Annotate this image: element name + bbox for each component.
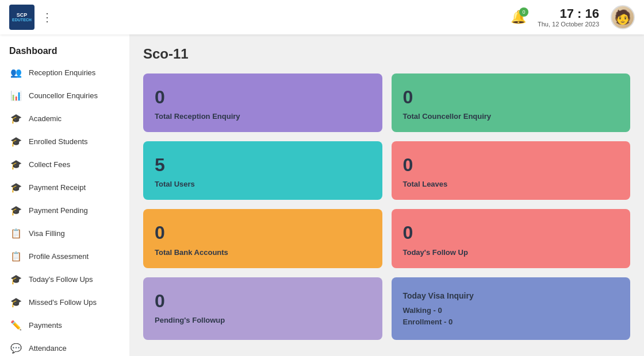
card-number-users: 5 (155, 155, 371, 175)
sidebar-item-attendance[interactable]: 💬 Attendance (0, 336, 129, 356)
card-number-leaves: 0 (403, 155, 619, 175)
sidebar-item-visa-filling[interactable]: 📋 Visa Filling (0, 222, 129, 245)
visa-content: Today Visa Inquiry Walking - 0 Enrollmen… (403, 291, 619, 329)
visa-filling-icon: 📋 (9, 226, 23, 240)
sidebar-label-attendance: Attendance (29, 344, 120, 353)
card-total-leaves[interactable]: 0 Total Leaves (392, 141, 631, 200)
card-total-reception[interactable]: 0 Total Reception Enquiry (143, 73, 382, 132)
academic-icon: 🎓 (9, 111, 23, 125)
profile-assessment-icon: 📋 (9, 249, 23, 263)
todays-followups-icon: 🎓 (9, 272, 23, 286)
card-label-counsellor: Total Councellor Enquiry (403, 112, 619, 121)
sidebar-item-profile-assessment[interactable]: 📋 Profile Assesment (0, 245, 129, 268)
notification-badge: 0 (519, 7, 528, 17)
sidebar-label-payment-receipt: Payment Receipt (29, 183, 120, 192)
card-number-reception: 0 (155, 87, 371, 107)
card-number-followup: 0 (403, 223, 619, 243)
sidebar-item-todays-followups[interactable]: 🎓 Today's Follow Ups (0, 268, 129, 291)
logo-box: SCP EDUTECH (9, 5, 34, 30)
header-left: SCP EDUTECH ⋮ (9, 5, 53, 30)
payment-pending-icon: 🎓 (9, 203, 23, 217)
card-todays-followup[interactable]: 0 Today's Follow Up (392, 209, 631, 268)
visa-title: Today Visa Inquiry (403, 291, 619, 300)
sidebar-label-reception: Reception Enquiries (29, 68, 120, 77)
card-total-users[interactable]: 5 Total Users (143, 141, 382, 200)
card-label-followup: Today's Follow Up (403, 248, 619, 257)
sidebar-label-missed-followups: Missed's Follow Ups (29, 298, 120, 307)
page-title: Sco-11 (143, 46, 630, 62)
sidebar-item-academic[interactable]: 🎓 Academic (0, 107, 129, 130)
payment-receipt-icon: 🎓 (9, 180, 23, 194)
header: SCP EDUTECH ⋮ 🔔 0 17 : 16 Thu, 12 Octobe… (0, 0, 644, 34)
card-label-reception: Total Reception Enquiry (155, 112, 371, 121)
sidebar-label-collect-fees: Collect Fees (29, 160, 120, 169)
card-total-counsellor[interactable]: 0 Total Councellor Enquiry (392, 73, 631, 132)
clock-time: 17 : 16 (538, 7, 599, 21)
header-right: 🔔 0 17 : 16 Thu, 12 October 2023 🧑 (511, 5, 635, 29)
collect-fees-icon: 🎓 (9, 157, 23, 171)
main-layout: Dashboard 👥 Reception Enquiries 📊 Counce… (0, 34, 644, 356)
dashboard-grid: 0 Total Reception Enquiry 0 Total Counce… (143, 73, 630, 340)
avatar[interactable]: 🧑 (611, 5, 635, 29)
missed-followups-icon: 🎓 (9, 295, 23, 309)
sidebar-item-missed-followups[interactable]: 🎓 Missed's Follow Ups (0, 291, 129, 314)
sidebar-title: Dashboard (0, 40, 129, 61)
card-number-counsellor: 0 (403, 87, 619, 107)
avatar-image: 🧑 (614, 9, 631, 25)
sidebar-item-enrolled-students[interactable]: 🎓 Enrolled Students (0, 130, 129, 153)
clock-date: Thu, 12 October 2023 (538, 21, 599, 28)
logo-scp: SCP (17, 13, 28, 18)
attendance-icon: 💬 (9, 341, 23, 355)
sidebar-label-enrolled: Enrolled Students (29, 137, 120, 146)
counsellor-icon: 📊 (9, 88, 23, 102)
card-total-bank[interactable]: 0 Total Bank Accounts (143, 209, 382, 268)
payments-icon: ✏️ (9, 318, 23, 332)
sidebar-label-todays-followups: Today's Follow Ups (29, 275, 120, 284)
logo-edu: EDUTECH (12, 18, 32, 22)
card-pending-followup[interactable]: 0 Pending's Followup (143, 277, 382, 340)
sidebar-label-profile-assessment: Profile Assesment (29, 252, 120, 261)
bell-wrapper[interactable]: 🔔 0 (511, 10, 526, 25)
sidebar-label-visa-filling: Visa Filling (29, 229, 120, 238)
sidebar-item-collect-fees[interactable]: 🎓 Collect Fees (0, 153, 129, 176)
logo: SCP EDUTECH (9, 5, 34, 30)
sidebar-label-academic: Academic (29, 114, 120, 123)
sidebar: Dashboard 👥 Reception Enquiries 📊 Counce… (0, 34, 129, 356)
menu-dots-icon[interactable]: ⋮ (41, 10, 53, 24)
visa-walking: Walking - 0 (403, 305, 619, 317)
enrolled-icon: 🎓 (9, 134, 23, 148)
card-number-bank: 0 (155, 223, 371, 243)
card-label-leaves: Total Leaves (403, 180, 619, 188)
reception-enquiries-icon: 👥 (9, 65, 23, 79)
sidebar-item-payment-pending[interactable]: 🎓 Payment Pending (0, 199, 129, 222)
visa-enrollment: Enrollment - 0 (403, 316, 619, 328)
card-visa-inquiry[interactable]: Today Visa Inquiry Walking - 0 Enrollmen… (392, 277, 631, 340)
card-label-users: Total Users (155, 180, 371, 188)
card-number-pending: 0 (155, 291, 371, 311)
card-label-bank: Total Bank Accounts (155, 248, 371, 257)
content-area: Sco-11 0 Total Reception Enquiry 0 Total… (129, 34, 644, 356)
card-label-pending: Pending's Followup (155, 316, 371, 324)
sidebar-item-payments[interactable]: ✏️ Payments (0, 314, 129, 336)
sidebar-item-payment-receipt[interactable]: 🎓 Payment Receipt (0, 176, 129, 199)
sidebar-label-payment-pending: Payment Pending (29, 206, 120, 215)
sidebar-label-counsellor: Councellor Enquiries (29, 91, 120, 100)
sidebar-item-reception-enquiries[interactable]: 👥 Reception Enquiries (0, 61, 129, 84)
sidebar-label-payments: Payments (29, 321, 120, 330)
sidebar-item-counsellor-enquiries[interactable]: 📊 Councellor Enquiries (0, 84, 129, 107)
clock-section: 17 : 16 Thu, 12 October 2023 (538, 7, 599, 28)
